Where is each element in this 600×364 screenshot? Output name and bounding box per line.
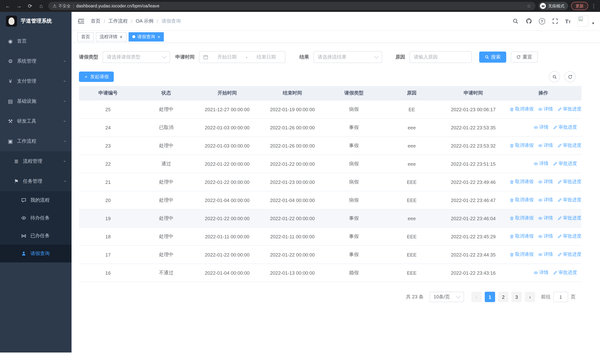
- cell-applied: 2022-01-22 23:43:16: [441, 264, 505, 282]
- sidebar-item-3[interactable]: ▤基础设施›: [0, 91, 72, 111]
- result-select[interactable]: 请选择流结果: [314, 51, 382, 63]
- create-leave-button[interactable]: ＋ 发起请假: [79, 72, 113, 82]
- sidebar-item-1[interactable]: ⚙系统管理›: [0, 51, 72, 71]
- cancel-leave-link[interactable]: 取消请假: [510, 106, 534, 112]
- browser-update-button[interactable]: 更新: [571, 2, 588, 10]
- address-bar[interactable]: ⚠ 不安全 dashboard.yudao.iocoder.cn/bpm/oa/…: [48, 2, 535, 10]
- next-page-button[interactable]: ›: [525, 292, 535, 302]
- close-icon[interactable]: ×: [120, 34, 122, 39]
- cell-start: 2022-01-22 00:00:00: [195, 246, 259, 264]
- github-icon[interactable]: [525, 18, 532, 24]
- action-label: 详情: [544, 179, 553, 185]
- detail-link[interactable]: 详情: [538, 106, 553, 112]
- detail-link[interactable]: 详情: [534, 270, 548, 276]
- home-icon[interactable]: ⌂: [37, 2, 45, 10]
- cancel-leave-link[interactable]: 取消请假: [510, 233, 534, 240]
- goto-page-input[interactable]: [553, 292, 568, 302]
- cell-id: 20: [79, 191, 137, 209]
- reset-button[interactable]: 重置: [511, 52, 538, 63]
- forward-icon[interactable]: →: [15, 2, 23, 10]
- sidebar-item-2[interactable]: ¥支付管理›: [0, 71, 72, 91]
- approval-progress-link[interactable]: 审批进度: [553, 270, 577, 276]
- leave-type-select[interactable]: 请选择请假类型: [103, 51, 170, 63]
- tag-label: 请假查询: [137, 34, 155, 40]
- cancel-leave-link[interactable]: 取消请假: [510, 197, 534, 203]
- detail-link[interactable]: 详情: [538, 233, 553, 240]
- font-size-icon[interactable]: TT: [565, 18, 571, 24]
- approval-progress-link[interactable]: 审批进度: [553, 161, 577, 167]
- not-secure-warning[interactable]: ⚠ 不安全: [53, 3, 71, 9]
- refresh-icon[interactable]: [564, 71, 576, 82]
- close-icon[interactable]: ×: [157, 34, 160, 39]
- approval-progress-link[interactable]: 审批进度: [557, 179, 581, 185]
- sidebar-item-0[interactable]: ◉首页: [0, 31, 72, 51]
- tab-请假查询[interactable]: 请假查询×: [128, 32, 164, 41]
- page-button-2[interactable]: 2: [498, 292, 508, 302]
- sidebar-item-11[interactable]: 请假查询: [0, 245, 72, 262]
- prev-page-button[interactable]: ‹: [471, 292, 482, 302]
- approval-progress-link[interactable]: 审批进度: [557, 233, 581, 240]
- page-button-1[interactable]: 1: [485, 292, 495, 302]
- cancel-leave-link[interactable]: 取消请假: [510, 252, 534, 258]
- back-icon[interactable]: ←: [4, 2, 12, 10]
- detail-link[interactable]: 详情: [534, 161, 548, 167]
- action-label: 详情: [539, 270, 548, 276]
- tab-首页[interactable]: 首页: [77, 32, 94, 41]
- sidebar-item-8[interactable]: 我的流程: [0, 191, 72, 209]
- help-icon[interactable]: ?: [539, 18, 545, 24]
- pagination: 共 23 条 10条/页 ‹ 123 › 前往 页: [79, 292, 576, 302]
- browser-menu-icon[interactable]: ⋮: [591, 3, 596, 9]
- search-icon[interactable]: [512, 18, 519, 24]
- sidebar-item-9[interactable]: 待办任务: [0, 209, 72, 227]
- page-size-select[interactable]: 10条/页: [430, 292, 464, 302]
- approval-progress-link[interactable]: 审批进度: [553, 124, 577, 131]
- detail-link[interactable]: 详情: [538, 142, 553, 149]
- result-label: 结果: [300, 54, 309, 60]
- cell-type: 病假: [326, 155, 382, 173]
- tab-流程详情[interactable]: 流程详情×: [96, 32, 126, 41]
- page-button-3[interactable]: 3: [511, 292, 522, 302]
- reason-input[interactable]: 请输入原因: [410, 51, 472, 63]
- approval-progress-link[interactable]: 审批进度: [557, 142, 581, 149]
- search-button[interactable]: 搜索: [479, 52, 506, 63]
- sidebar-item-10[interactable]: ⋈已办任务: [0, 227, 72, 245]
- detail-link[interactable]: 详情: [534, 124, 548, 131]
- cancel-leave-link[interactable]: 取消请假: [510, 179, 534, 185]
- fullscreen-icon[interactable]: [552, 18, 558, 24]
- cell-actions: 取消请假详情审批进度: [505, 209, 581, 227]
- detail-link[interactable]: 详情: [538, 197, 553, 203]
- cell-applied: 2022-01-22 23:53:32: [441, 137, 505, 155]
- sidebar-item-5[interactable]: ▣工作流程›: [0, 131, 72, 151]
- sidebar-item-7[interactable]: ⚑任务管理›: [0, 171, 72, 191]
- cell-end: 2022-01-22 00:00:00: [259, 155, 326, 173]
- sidebar-item-6[interactable]: ≣流程管理›: [0, 151, 72, 171]
- cell-status: 通过: [137, 155, 195, 173]
- cell-applied: 2022-01-22 23:44:35: [441, 246, 505, 264]
- date-range-picker[interactable]: 开始日期 - 结束日期: [199, 51, 285, 63]
- app-logo[interactable]: 芋道管理系统: [0, 12, 72, 30]
- bookmark-star-icon[interactable]: ☆: [527, 3, 531, 9]
- sidebar-item-4[interactable]: ⚒研发工具›: [0, 111, 72, 131]
- detail-link[interactable]: 详情: [538, 179, 553, 185]
- breadcrumb-item[interactable]: 工作流程: [108, 18, 128, 24]
- approval-progress-link[interactable]: 审批进度: [557, 106, 581, 112]
- sidebar: 芋道管理系统 ◉首页⚙系统管理›¥支付管理›▤基础设施›⚒研发工具›▣工作流程›…: [0, 12, 72, 353]
- action-label: 审批进度: [563, 215, 581, 222]
- pen-icon: [557, 143, 562, 148]
- user-avatar[interactable]: [577, 16, 589, 27]
- cancel-leave-link[interactable]: 取消请假: [510, 142, 534, 149]
- detail-link[interactable]: 详情: [538, 215, 553, 222]
- avatar-caret-icon[interactable]: ▾: [592, 21, 594, 27]
- toggle-search-icon[interactable]: [549, 71, 560, 82]
- approval-progress-link[interactable]: 审批进度: [557, 197, 581, 203]
- approval-progress-link[interactable]: 审批进度: [557, 215, 581, 222]
- collapse-sidebar-icon[interactable]: [77, 18, 85, 25]
- approval-progress-link[interactable]: 审批进度: [557, 252, 581, 258]
- cell-end: 2022-01-13 00:00:00: [259, 264, 326, 282]
- breadcrumb-item[interactable]: 首页: [91, 18, 100, 24]
- cancel-leave-link[interactable]: 取消请假: [510, 215, 534, 222]
- reload-icon[interactable]: ⟳: [26, 2, 34, 10]
- gear-icon: ⚙: [7, 58, 13, 64]
- breadcrumb-item[interactable]: OA 示例: [136, 18, 153, 24]
- detail-link[interactable]: 详情: [538, 252, 553, 258]
